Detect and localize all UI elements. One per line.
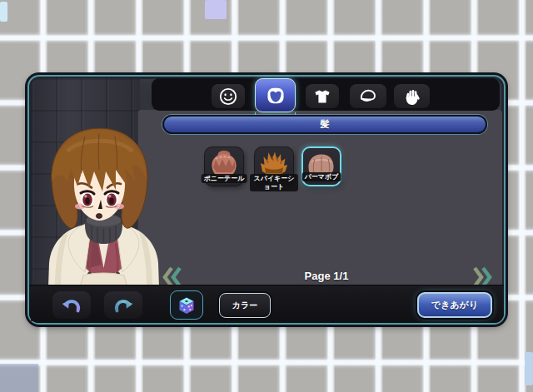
item-label: ポニーテール — [202, 174, 247, 183]
undo-button[interactable] — [52, 291, 91, 319]
dice-icon — [176, 295, 197, 316]
item-label: スパイキーショート — [250, 174, 298, 191]
color-button[interactable]: カラー — [219, 293, 271, 318]
done-button[interactable]: できあがり — [417, 292, 492, 318]
redo-arrow-icon — [112, 296, 134, 315]
smiley-icon — [218, 87, 238, 107]
accent-tile-lavender — [205, 0, 227, 19]
tab-hat[interactable] — [350, 84, 386, 108]
hair-thumbnail-spiky — [257, 149, 291, 177]
avatar-editor-panel: 髪 ポニーテール スパイキーショート パーマボブ — [27, 75, 506, 325]
tshirt-icon — [312, 87, 332, 107]
hair-icon — [265, 85, 286, 107]
accent-tile-lightblue — [0, 2, 7, 22]
character-preview — [43, 117, 164, 287]
toolbar: カラー できあがり — [29, 285, 504, 323]
item-label: パーマボブ — [302, 172, 341, 181]
tab-face[interactable] — [212, 84, 245, 108]
accent-tile-bottom-right — [525, 352, 533, 385]
tab-clothes[interactable] — [306, 84, 339, 108]
page-indicator: Page 1/1 — [243, 270, 410, 282]
accent-tile-bottom-left — [0, 364, 38, 392]
hand-icon — [402, 87, 422, 107]
redo-button[interactable] — [104, 291, 142, 319]
cap-icon — [358, 87, 378, 107]
category-header: 髪 — [162, 115, 487, 134]
category-title: 髪 — [321, 118, 330, 131]
color-button-label: カラー — [232, 300, 257, 311]
randomize-button[interactable] — [170, 290, 203, 320]
item-perm-bob-selected[interactable]: パーマボブ — [301, 146, 341, 186]
item-ponytail[interactable]: ポニーテール — [204, 146, 244, 186]
done-button-label: できあがり — [431, 299, 478, 311]
tab-hair[interactable] — [255, 78, 296, 112]
tab-hand[interactable] — [394, 84, 430, 108]
item-spiky-short[interactable]: スパイキーショート — [254, 146, 294, 186]
undo-arrow-icon — [61, 296, 82, 315]
item-content-area — [137, 110, 502, 287]
